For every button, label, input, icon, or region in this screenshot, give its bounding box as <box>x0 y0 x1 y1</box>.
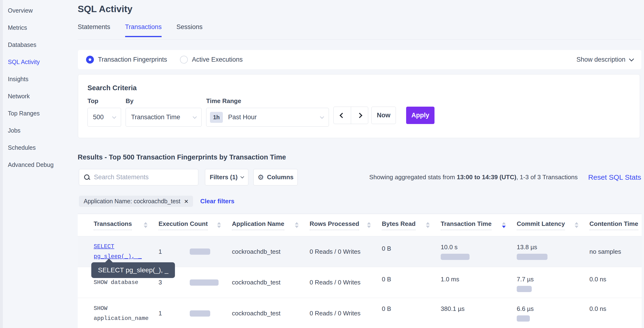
sidebar-item-jobs[interactable]: Jobs <box>3 122 72 139</box>
sort-icons[interactable] <box>144 222 148 228</box>
execution-count-cell: 1 <box>158 298 232 328</box>
column-label[interactable]: Bytes Read <box>382 220 416 230</box>
next-time-button[interactable] <box>351 107 368 124</box>
time-step-buttons <box>334 107 368 124</box>
sidebar: Overview Metrics Databases SQL Activity … <box>3 2 72 173</box>
column-label[interactable]: Transaction Time <box>441 220 492 230</box>
remove-filter-icon[interactable]: × <box>184 198 188 205</box>
top-label: Top <box>88 97 121 105</box>
clear-filters-link[interactable]: Clear filters <box>200 197 234 205</box>
sort-icons[interactable] <box>217 222 221 228</box>
column-label[interactable]: Execution Count <box>158 220 208 230</box>
by-group: By Transaction Time <box>126 97 202 127</box>
bytes-read-cell: 0 B <box>382 267 441 283</box>
transaction-fingerprint-text[interactable]: SHOW database <box>94 279 138 286</box>
column-header-application-name: Application Name <box>232 220 310 230</box>
sort-asc-icon[interactable] <box>144 222 148 224</box>
tooltip-text: SELECT pg_sleep(_), _ <box>98 266 168 274</box>
search-box[interactable] <box>79 169 198 185</box>
sort-desc-active-icon[interactable] <box>502 226 506 228</box>
radio-transaction-fingerprints[interactable]: Transaction Fingerprints <box>86 56 167 64</box>
transaction-cell: SHOW database <box>78 278 158 288</box>
transaction-cell: SELECT pg_sleep(_), _ <box>78 242 158 262</box>
transactions-table: Transactions Execution Count Application… <box>78 214 642 328</box>
column-label[interactable]: Application Name <box>232 220 284 230</box>
sidebar-item-insights[interactable]: Insights <box>3 70 72 88</box>
sidebar-item-overview[interactable]: Overview <box>3 2 72 19</box>
sort-asc-icon[interactable] <box>367 222 371 224</box>
sort-asc-icon[interactable] <box>295 222 299 224</box>
chevron-left-icon <box>340 113 345 118</box>
radio-unselected-icon[interactable] <box>180 56 188 64</box>
previous-time-button[interactable] <box>334 107 351 124</box>
radio-active-executions[interactable]: Active Executions <box>180 56 243 64</box>
tab-divider <box>78 39 641 40</box>
sort-desc-icon[interactable] <box>217 226 221 228</box>
tab-bar: Statements Transactions Sessions <box>78 23 217 37</box>
apply-button[interactable]: Apply <box>406 107 434 124</box>
tab-transactions[interactable]: Transactions <box>125 23 162 37</box>
time-range-select[interactable]: 1h Past Hour <box>206 108 329 127</box>
top-select-value: 500 <box>93 114 104 121</box>
radio-label: Active Executions <box>192 56 243 63</box>
sort-desc-icon[interactable] <box>144 226 148 228</box>
columns-label: Columns <box>267 173 294 181</box>
chevron-down-icon <box>320 115 324 119</box>
column-label[interactable]: Transactions <box>94 220 132 230</box>
application-name-cell: cockroachdb_test <box>232 248 310 255</box>
transaction-fingerprint-text[interactable]: SHOW application_name <box>94 305 148 322</box>
sort-icons[interactable] <box>426 222 430 228</box>
column-header-transaction-time: Transaction Time <box>441 220 517 230</box>
now-button[interactable]: Now <box>371 107 396 124</box>
by-select[interactable]: Transaction Time <box>126 108 202 127</box>
column-label[interactable]: Contention Time <box>590 220 638 230</box>
reset-sql-stats-link[interactable]: Reset SQL Stats <box>588 173 641 181</box>
sort-icons[interactable] <box>502 222 506 228</box>
transaction-time-cell: 1.0 ms <box>441 267 517 283</box>
rows-processed-cell: 0 Reads / 0 Writes <box>310 279 382 286</box>
sort-asc-icon[interactable] <box>426 222 430 224</box>
sidebar-item-network[interactable]: Network <box>3 88 72 105</box>
search-input[interactable] <box>94 173 193 181</box>
top-group: Top 500 <box>88 97 121 127</box>
transaction-fingerprint-link[interactable]: SELECT pg_sleep(_), _ <box>94 243 142 260</box>
application-name-cell: cockroachdb_test <box>232 279 310 286</box>
sort-icons[interactable] <box>575 222 578 228</box>
sort-asc-icon[interactable] <box>502 222 506 224</box>
sidebar-item-top-ranges[interactable]: Top Ranges <box>3 105 72 122</box>
top-select[interactable]: 500 <box>88 108 121 127</box>
execution-count-bar <box>190 249 210 255</box>
search-criteria-heading: Search Criteria <box>88 84 136 92</box>
execution-count-bar <box>190 310 210 317</box>
sidebar-item-databases[interactable]: Databases <box>3 36 72 53</box>
column-label[interactable]: Rows Processed <box>310 220 359 230</box>
application-name-cell: cockroachdb_test <box>232 310 310 317</box>
sidebar-item-schedules[interactable]: Schedules <box>3 139 72 156</box>
sidebar-item-sql-activity[interactable]: SQL Activity <box>3 53 72 70</box>
stats-area: Showing aggregated stats from 13:00 to 1… <box>389 169 641 185</box>
view-toggle-bar: Transaction Fingerprints Active Executio… <box>78 50 642 69</box>
radio-selected-icon[interactable] <box>86 56 94 64</box>
page-title: SQL Activity <box>78 4 132 14</box>
show-description-toggle[interactable]: Show description <box>576 56 633 63</box>
transaction-time-bar <box>441 254 470 260</box>
sort-desc-icon[interactable] <box>575 226 578 228</box>
sidebar-item-metrics[interactable]: Metrics <box>3 19 72 36</box>
filters-button[interactable]: Filters (1) <box>205 169 248 185</box>
chevron-right-icon <box>357 113 362 118</box>
aggregated-stats-text: Showing aggregated stats from 13:00 to 1… <box>369 173 578 181</box>
sort-asc-icon[interactable] <box>217 222 221 224</box>
columns-button[interactable]: ⚙ Columns <box>253 169 298 185</box>
show-description-label: Show description <box>576 56 626 63</box>
sort-icons[interactable] <box>367 222 371 228</box>
tab-statements[interactable]: Statements <box>78 23 110 37</box>
sort-desc-icon[interactable] <box>367 226 371 228</box>
sort-icons[interactable] <box>295 222 299 228</box>
sort-desc-icon[interactable] <box>295 226 299 228</box>
column-label[interactable]: Commit Latency <box>517 220 565 230</box>
tab-sessions[interactable]: Sessions <box>176 23 202 37</box>
statement-tooltip: SELECT pg_sleep(_), _ <box>91 262 175 278</box>
sidebar-item-advanced-debug[interactable]: Advanced Debug <box>3 156 72 173</box>
sort-desc-icon[interactable] <box>426 226 430 228</box>
sort-asc-icon[interactable] <box>575 222 578 224</box>
